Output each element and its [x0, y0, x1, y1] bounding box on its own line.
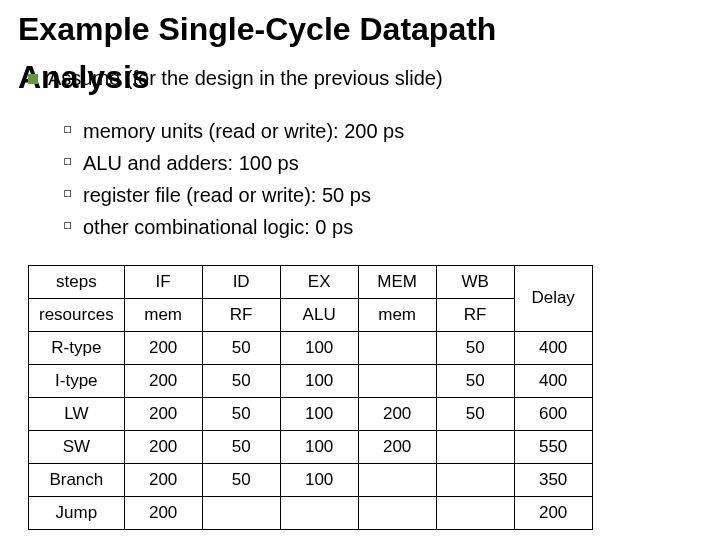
row-label: I-type	[29, 364, 125, 397]
table-row: R-type 200 50 100 50 400	[29, 331, 593, 364]
table-header-steps: steps IF ID EX MEM WB Delay	[29, 265, 593, 298]
cell	[436, 496, 514, 529]
cell: 50	[202, 430, 280, 463]
hdr-res-label: resources	[29, 298, 125, 331]
cell: 50	[436, 331, 514, 364]
bullet-hollow-icon	[64, 126, 71, 133]
delay-cell: 600	[514, 397, 592, 430]
cell	[358, 331, 436, 364]
cell	[280, 496, 358, 529]
cell: 200	[124, 496, 202, 529]
delay-cell: 200	[514, 496, 592, 529]
cell: 200	[124, 430, 202, 463]
hdr-res-if: mem	[124, 298, 202, 331]
cell: 200	[124, 397, 202, 430]
slide-title-line1: Example Single-Cycle Datapath	[0, 0, 720, 48]
hdr-if: IF	[124, 265, 202, 298]
cell: 50	[202, 364, 280, 397]
hdr-delay: Delay	[514, 265, 592, 331]
hdr-ex: EX	[280, 265, 358, 298]
hdr-res-mem: mem	[358, 298, 436, 331]
bullet-hollow-icon	[64, 190, 71, 197]
hdr-steps-label: steps	[29, 265, 125, 298]
list-item: ALU and adders: 100 ps	[64, 147, 720, 179]
hdr-wb: WB	[436, 265, 514, 298]
cell: 200	[358, 397, 436, 430]
hdr-res-ex: ALU	[280, 298, 358, 331]
cell: 200	[124, 364, 202, 397]
list-item-text: memory units (read or write): 200 ps	[83, 115, 404, 147]
row-label: LW	[29, 397, 125, 430]
row-label: SW	[29, 430, 125, 463]
cell	[358, 364, 436, 397]
cell: 100	[280, 364, 358, 397]
cell: 100	[280, 331, 358, 364]
cell: 100	[280, 397, 358, 430]
hdr-mem: MEM	[358, 265, 436, 298]
list-item: register file (read or write): 50 ps	[64, 179, 720, 211]
cell: 200	[124, 331, 202, 364]
table-row: I-type 200 50 100 50 400	[29, 364, 593, 397]
bullet-hollow-icon	[64, 158, 71, 165]
cell	[436, 430, 514, 463]
cell: 50	[436, 364, 514, 397]
delay-cell: 400	[514, 364, 592, 397]
table-header-resources: resources mem RF ALU mem RF	[29, 298, 593, 331]
list-item: memory units (read or write): 200 ps	[64, 115, 720, 147]
row-label: Jump	[29, 496, 125, 529]
cell: 50	[202, 397, 280, 430]
cell	[202, 496, 280, 529]
table-row: SW 200 50 100 200 550	[29, 430, 593, 463]
hdr-id: ID	[202, 265, 280, 298]
timing-table: steps IF ID EX MEM WB Delay resources me…	[28, 265, 593, 530]
row-label: Branch	[29, 463, 125, 496]
slide-title-line2-wrap: Analysis Assume (for the design in the p…	[0, 48, 720, 96]
cell: 50	[202, 331, 280, 364]
hdr-res-id: RF	[202, 298, 280, 331]
list-item: other combinational logic: 0 ps	[64, 211, 720, 243]
cell: 50	[436, 397, 514, 430]
delay-cell: 350	[514, 463, 592, 496]
cell: 100	[280, 463, 358, 496]
cell: 100	[280, 430, 358, 463]
bullet-hollow-icon	[64, 222, 71, 229]
intro-line: Assume (for the design in the previous s…	[28, 66, 443, 90]
cell	[358, 496, 436, 529]
list-item-text: other combinational logic: 0 ps	[83, 211, 353, 243]
bullet-square-icon	[28, 74, 38, 84]
cell: 50	[202, 463, 280, 496]
delay-cell: 400	[514, 331, 592, 364]
list-item-text: ALU and adders: 100 ps	[83, 147, 299, 179]
cell	[358, 463, 436, 496]
cell: 200	[358, 430, 436, 463]
intro-text: Assume (for the design in the previous s…	[48, 66, 443, 90]
table-row: Branch 200 50 100 350	[29, 463, 593, 496]
table-row: Jump 200 200	[29, 496, 593, 529]
list-item-text: register file (read or write): 50 ps	[83, 179, 371, 211]
cell	[436, 463, 514, 496]
hdr-res-wb: RF	[436, 298, 514, 331]
row-label: R-type	[29, 331, 125, 364]
cell: 200	[124, 463, 202, 496]
table-row: LW 200 50 100 200 50 600	[29, 397, 593, 430]
delay-cell: 550	[514, 430, 592, 463]
assumption-list: memory units (read or write): 200 ps ALU…	[0, 115, 720, 243]
